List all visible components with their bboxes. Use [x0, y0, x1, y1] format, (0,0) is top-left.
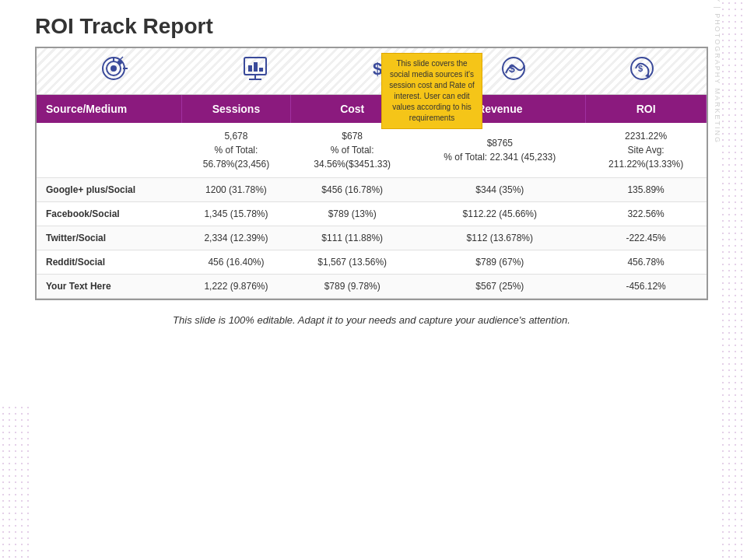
row-source: Your Text Here [37, 275, 181, 299]
table-row: Your Text Here 1,222 (9.876%) $789 (9.78… [37, 275, 707, 299]
svg-rect-12 [254, 62, 258, 72]
row-source: Reddit/Social [37, 250, 181, 275]
icon-target [37, 54, 191, 88]
table-row: Google+ plus/Social 1200 (31.78%) $456 (… [37, 178, 707, 202]
svg-line-6 [120, 57, 123, 60]
row-sessions: 456 (16.40%) [181, 250, 290, 275]
row-roi: 135.89% [586, 178, 707, 202]
row-revenue: $567 (25%) [414, 275, 586, 299]
row-cost: $789 (9.78%) [290, 275, 413, 299]
row-sessions: 2,334 (12.39%) [181, 226, 290, 250]
table-row-summary: 5,678% of Total:56.78%(23,456) $678% of … [37, 123, 707, 178]
summary-source [37, 123, 181, 178]
row-sessions: 1,222 (9.876%) [181, 275, 290, 299]
row-revenue: $112 (13.678%) [414, 226, 586, 250]
row-source: Twitter/Social [37, 226, 181, 250]
row-roi: 456.78% [586, 250, 707, 275]
row-roi: -222.45% [586, 226, 707, 250]
table-row: Facebook/Social 1,345 (15.78%) $789 (13%… [37, 202, 707, 226]
row-sessions: 1,345 (15.78%) [181, 202, 290, 226]
row-cost: $111 (11.88%) [290, 226, 413, 250]
svg-rect-13 [259, 68, 263, 72]
col-header-roi: ROI [586, 95, 707, 123]
table-row: Twitter/Social 2,334 (12.39%) $111 (11.8… [37, 226, 707, 250]
summary-cost: $678% of Total:34.56%($3451.33) [290, 123, 413, 178]
row-roi: 322.56% [586, 202, 707, 226]
roi-table: Source/Medium Sessions Cost Revenue ROI … [37, 95, 707, 299]
decorative-dots-left [0, 404, 31, 560]
summary-sessions: 5,678% of Total:56.78%(23,456) [181, 123, 290, 178]
icon-chart [191, 54, 321, 88]
svg-text:$: $ [638, 64, 643, 73]
col-header-sessions: Sessions [181, 95, 290, 123]
table-outer: $ $ $ $ [35, 47, 708, 300]
icon-roi: $ [577, 54, 707, 88]
icons-row: $ $ $ $ [37, 48, 707, 95]
svg-point-5 [117, 60, 122, 65]
row-revenue: $789 (67%) [414, 250, 586, 275]
row-cost: $1,567 (13.56%) [290, 250, 413, 275]
bottom-text: This slide is 100% editable. Adapt it to… [35, 314, 708, 326]
summary-roi: 2231.22%Site Avg:211.22%(13.33%) [586, 123, 707, 178]
summary-revenue: $8765% of Total: 22.341 (45,233) [414, 123, 586, 178]
row-revenue: $344 (35%) [414, 178, 586, 202]
row-roi: -456.12% [586, 275, 707, 299]
row-revenue: $112.22 (45.66%) [414, 202, 586, 226]
row-cost: $789 (13%) [290, 202, 413, 226]
table-header-row: Source/Medium Sessions Cost Revenue ROI [37, 95, 707, 123]
tooltip-text: This slide covers the social media sourc… [389, 59, 475, 122]
svg-point-2 [110, 65, 117, 72]
row-source: Google+ plus/Social [37, 178, 181, 202]
row-sessions: 1200 (31.78%) [181, 178, 290, 202]
row-source: Facebook/Social [37, 202, 181, 226]
page-title: ROI Track Report [35, 14, 708, 39]
table-row: Reddit/Social 456 (16.40%) $1,567 (13.56… [37, 250, 707, 275]
svg-text:$: $ [509, 62, 515, 75]
row-cost: $456 (16.78%) [290, 178, 413, 202]
svg-rect-11 [248, 65, 252, 72]
col-header-source: Source/Medium [37, 95, 181, 123]
tooltip-box: This slide covers the social media sourc… [381, 53, 482, 129]
